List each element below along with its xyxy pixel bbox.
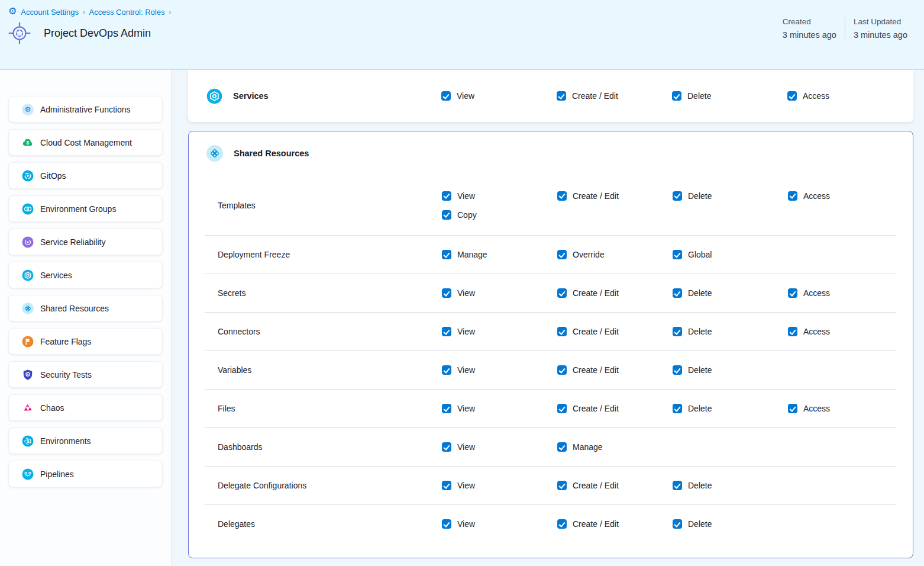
checkbox-create-edit[interactable] [557, 91, 566, 101]
permission-cell-delete: Delete [673, 327, 788, 336]
checkbox-label: Create / Edit [573, 404, 619, 413]
checkbox-delete[interactable] [672, 91, 681, 101]
sidebar-item-security-tests[interactable]: Security Tests [8, 361, 163, 388]
checkbox-delete[interactable] [673, 288, 682, 298]
breadcrumb: ⚙ Account Settings › Access Control: Rol… [8, 7, 913, 17]
permission-cell-create-edit: Create / Edit [557, 365, 673, 375]
checkbox-delete[interactable] [673, 191, 682, 201]
checkbox-delete[interactable] [673, 481, 682, 490]
permission-line: View Create / Edit Delete Access [442, 404, 903, 413]
sidebar-item-service-reliability[interactable]: Service Reliability [8, 229, 163, 255]
sidebar-item-environment-groups[interactable]: Environment Groups [8, 195, 163, 222]
permission-cell-copy: Copy [442, 210, 557, 220]
checkbox-label: Copy [457, 210, 477, 220]
permission-cell-view: View [442, 519, 557, 529]
sidebar-item-environments[interactable]: $ Environments [8, 427, 163, 454]
permission-cell-override: Override [557, 250, 673, 259]
checkbox-access[interactable] [788, 404, 797, 413]
checkbox-view[interactable] [442, 481, 451, 490]
checkbox-access[interactable] [788, 191, 797, 201]
administrative-functions-icon: ⚙ [22, 104, 34, 115]
sidebar-item-services[interactable]: Services [8, 262, 163, 288]
sidebar-item-label: Shared Resources [40, 304, 109, 313]
feature-flags-icon [22, 336, 34, 348]
permission-row-label: Secrets [218, 288, 442, 298]
checkbox-create-edit[interactable] [557, 191, 567, 201]
page-title: Project DevOps Admin [44, 27, 151, 40]
checkbox-override[interactable] [557, 250, 567, 259]
checkbox-access[interactable] [788, 288, 797, 298]
sidebar-item-label: Administrative Functions [40, 105, 131, 114]
checkbox-view[interactable] [442, 327, 451, 336]
permission-line: View Create / Edit Delete [442, 365, 903, 375]
checkbox-label: Delete [688, 519, 712, 529]
permission-row-secrets: Secrets View Create / Edit Delete Access [189, 274, 913, 312]
checkbox-create-edit[interactable] [557, 404, 567, 413]
sidebar-item-feature-flags[interactable]: Feature Flags [8, 328, 163, 355]
last-updated-meta: Last Updated 3 minutes ago [845, 17, 916, 40]
checkbox-label: View [457, 404, 475, 413]
sidebar-item-shared-resources[interactable]: Shared Resources [8, 295, 163, 321]
checkbox-view[interactable] [442, 288, 451, 298]
sidebar-item-label: Services [40, 271, 72, 280]
checkbox-delete[interactable] [673, 519, 682, 529]
checkbox-manage[interactable] [557, 442, 567, 452]
checkbox-label: Manage [573, 442, 603, 452]
checkbox-label: View [457, 481, 475, 490]
checkbox-create-edit[interactable] [557, 288, 567, 298]
checkbox-delete[interactable] [673, 327, 682, 336]
checkbox-view[interactable] [442, 519, 451, 529]
checkbox-label: Create / Edit [573, 327, 619, 336]
permission-cell-delete: Delete [673, 481, 788, 490]
permission-cell-view: View [442, 365, 557, 375]
shared-resources-card-title: Shared Resources [234, 149, 309, 158]
checkbox-view[interactable] [442, 191, 451, 201]
checkbox-global[interactable] [673, 250, 682, 259]
checkbox-view[interactable] [442, 365, 451, 375]
checkbox-create-edit[interactable] [557, 519, 567, 529]
breadcrumb-access-control-roles[interactable]: Access Control: Roles [89, 8, 165, 17]
last-updated-value: 3 minutes ago [854, 30, 907, 40]
permission-line: View Create / Edit Delete Access [442, 191, 903, 201]
breadcrumb-account-settings[interactable]: Account Settings [21, 8, 79, 17]
checkbox-label: Access [803, 191, 830, 201]
sidebar-item-gitops[interactable]: GitOps [8, 162, 163, 189]
permission-cell-view: View [442, 404, 557, 413]
checkbox-create-edit[interactable] [557, 327, 567, 336]
checkbox-create-edit[interactable] [557, 481, 567, 490]
permission-row-label: Dashboards [218, 442, 442, 452]
checkbox-copy[interactable] [442, 210, 451, 220]
environment-groups-icon [22, 203, 34, 215]
permission-cell-view: View [442, 481, 557, 490]
permission-row-files: Files View Create / Edit Delete Access [189, 390, 913, 427]
shared-resources-icon [206, 145, 223, 162]
sidebar-item-label: GitOps [40, 171, 66, 181]
pipelines-icon [22, 468, 34, 480]
services-icon [206, 88, 222, 104]
sidebar-item-pipelines[interactable]: Pipelines [8, 461, 163, 487]
checkbox-manage[interactable] [442, 250, 451, 259]
checkbox-access[interactable] [787, 91, 797, 101]
sidebar-item-cloud-cost-management[interactable]: $ Cloud Cost Management [8, 129, 163, 156]
checkbox-delete[interactable] [673, 404, 682, 413]
checkbox-view[interactable] [441, 91, 451, 101]
svg-text:$: $ [26, 140, 29, 146]
checkbox-label: Create / Edit [573, 481, 619, 490]
role-target-icon [8, 22, 31, 44]
checkbox-label: View [457, 191, 475, 201]
sidebar-item-administrative-functions[interactable]: ⚙ Administrative Functions [8, 96, 163, 123]
checkbox-create-edit[interactable] [557, 365, 567, 375]
services-permission-card: Services View Create / Edit Delete Acces… [188, 70, 913, 122]
checkbox-view[interactable] [442, 442, 451, 452]
checkbox-label: View [457, 91, 474, 101]
permission-cell-delete: Delete [673, 288, 788, 298]
checkbox-view[interactable] [442, 404, 451, 413]
sidebar-item-label: Environment Groups [40, 204, 116, 214]
checkbox-delete[interactable] [673, 365, 682, 375]
sidebar-item-chaos[interactable]: Chaos [8, 394, 163, 421]
checkbox-label: Create / Edit [572, 91, 618, 101]
checkbox-access[interactable] [788, 327, 797, 336]
checkbox-label: Delete [688, 404, 712, 413]
checkbox-label: View [457, 519, 475, 529]
permission-cell-access: Access [788, 288, 903, 298]
